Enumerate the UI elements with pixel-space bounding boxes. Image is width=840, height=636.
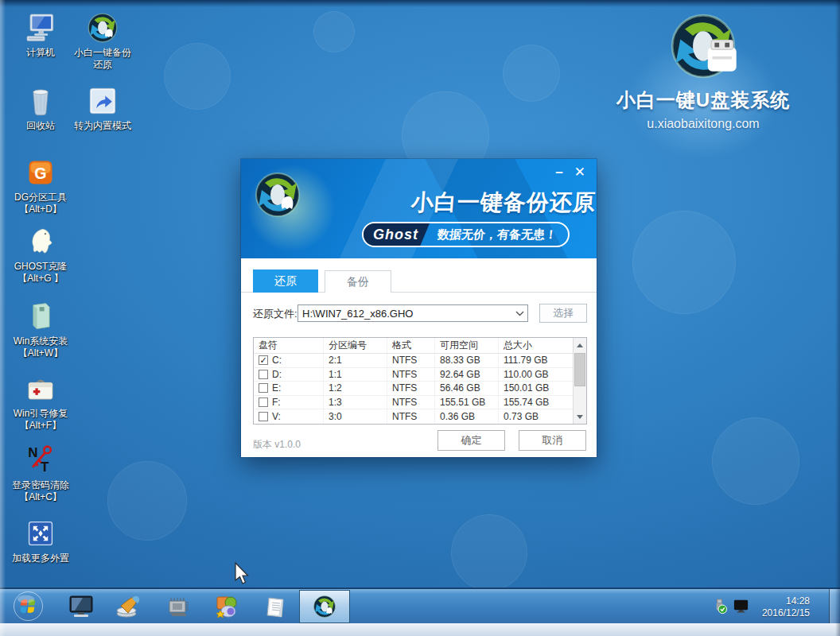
desktop-icon-ghost-clone[interactable]: GHOST克隆【Alt+G 】 [7, 225, 74, 285]
display-icon [68, 593, 95, 620]
bokeh-circle [107, 461, 187, 541]
format-cell: NTFS [387, 396, 435, 409]
close-button[interactable]: ✕ [574, 164, 585, 181]
system-tray: 14:28 2016/12/15 [711, 589, 810, 623]
total-cell: 0.73 GB [499, 409, 573, 424]
drive-label: D: [272, 369, 282, 380]
drive-label: E: [272, 382, 281, 394]
table-scrollbar[interactable] [573, 338, 586, 424]
total-cell: 110.00 GB [499, 368, 573, 382]
screen-right-edge [835, 0, 840, 636]
scrollbar-down-button[interactable] [574, 410, 586, 423]
taskbar-item-display[interactable] [68, 593, 95, 620]
desktop-icon-label: 回收站 [7, 120, 74, 132]
backup-restore-icon [86, 11, 119, 45]
version-label: 版本 v1.0.0 [253, 438, 301, 452]
combobox-value: H:\WIN7_612_x86.GHO [298, 308, 511, 320]
windows-logo-icon [13, 591, 44, 622]
partition-cell: 2:1 [324, 354, 387, 367]
restore-file-combobox[interactable]: H:\WIN7_612_x86.GHO [298, 304, 528, 322]
table-row[interactable]: D: 1:1 NTFS 92.64 GB 110.00 GB [254, 368, 573, 382]
header-free-space: 可用空间 [435, 338, 499, 353]
start-button[interactable] [13, 591, 44, 622]
notepad-icon [262, 593, 290, 620]
screen-bottom-edge [0, 623, 840, 636]
memory-chip-icon [164, 593, 191, 620]
ghost-badge: Ghost 数据无价，有备无患！ [362, 222, 570, 247]
desktop-icon-label: Win系统安装【Alt+W】 [7, 335, 74, 359]
drive-label: V: [272, 411, 281, 422]
format-cell: NTFS [387, 409, 435, 424]
bokeh-circle [503, 45, 560, 102]
cancel-button[interactable]: 取消 [519, 430, 586, 451]
taskbar-item-active-app[interactable] [299, 590, 350, 623]
checkbox[interactable] [259, 412, 268, 421]
select-file-button[interactable]: 选择 [539, 304, 587, 323]
checkbox[interactable]: ✓ [259, 355, 268, 365]
table-row[interactable]: E: 1:2 NTFS 56.46 GB 150.01 GB [254, 382, 573, 396]
clock-date: 2016/12/15 [754, 607, 810, 619]
bokeh-circle [632, 211, 736, 314]
dialog-logo [252, 169, 330, 247]
format-cell: NTFS [387, 354, 435, 367]
bokeh-circle [313, 11, 355, 52]
minimize-button[interactable]: – [555, 164, 562, 181]
free-cell: 0.36 GB [435, 409, 499, 424]
screen-top-edge [0, 0, 840, 7]
clock-time: 14:28 [754, 595, 810, 607]
desktop-icon-win-install[interactable]: Win系统安装【Alt+W】 [7, 300, 74, 359]
sync-logo-icon [252, 169, 330, 247]
desktop-icon-label: 转为内置模式 [69, 120, 136, 132]
desktop-icon-diskgenius[interactable]: DG分区工具【Alt+D】 [7, 156, 74, 215]
desktop-icon-recycle-bin[interactable]: 回收站 [7, 84, 74, 132]
desktop-icon-label: 加载更多外置 [7, 553, 74, 564]
taskbar-item-media-tools[interactable] [213, 593, 240, 620]
partition-cell: 1:2 [324, 382, 387, 395]
usb-safely-remove-icon[interactable] [711, 598, 728, 615]
desktop-icon-label: GHOST克隆【Alt+G 】 [7, 261, 74, 285]
desktop-icon-label: Win引导修复【Alt+F】 [7, 408, 74, 432]
table-row[interactable]: V: 3:0 NTFS 0.36 GB 0.73 GB [254, 409, 573, 424]
taskbar-item-memory[interactable] [164, 593, 191, 620]
checkbox[interactable] [259, 398, 268, 407]
ok-button[interactable]: 确定 [438, 430, 505, 451]
desktop-icon-label: DG分区工具【Alt+D】 [7, 192, 74, 215]
header-total-size: 总大小 [499, 338, 573, 353]
table-row[interactable]: F: 1:3 NTFS 155.51 GB 155.74 GB [254, 396, 573, 410]
desktop-icon-password-clear[interactable]: 登录密码清除【Alt+C】 [7, 444, 74, 503]
dialog-banner: 小白一键备份还原 Ghost 数据无价，有备无患！ – ✕ [241, 159, 597, 258]
recycle-bin-icon [24, 84, 57, 118]
total-cell: 150.01 GB [499, 382, 573, 395]
checkbox[interactable] [259, 383, 268, 393]
taskbar-item-notepad[interactable] [262, 593, 290, 620]
desktop-icon-internal-mode[interactable]: 转为内置模式 [69, 84, 136, 132]
triangle-down-icon [577, 415, 583, 419]
header-drive: 盘符 [254, 338, 324, 353]
diskgenius-icon [24, 156, 57, 189]
tray-clock[interactable]: 14:28 2016/12/15 [754, 594, 810, 619]
taskbar-item-disk-cleanup[interactable] [115, 593, 142, 620]
ghost-brand-label: Ghost [364, 223, 430, 246]
tab-restore[interactable]: 还原 [253, 270, 318, 293]
desktop-icon-boot-repair[interactable]: Win引导修复【Alt+F】 [7, 372, 74, 432]
partition-cell: 1:1 [324, 368, 387, 382]
display-settings-icon[interactable] [733, 598, 749, 615]
total-cell: 155.74 GB [499, 396, 573, 409]
desktop-icon-load-more[interactable]: 加载更多外置 [7, 517, 74, 564]
tab-backup[interactable]: 备份 [325, 270, 391, 293]
partition-cell: 3:0 [324, 409, 387, 424]
desktop-icon-computer[interactable]: 计算机 [7, 11, 74, 59]
show-desktop-button[interactable] [829, 589, 840, 623]
free-cell: 56.46 GB [435, 382, 499, 395]
restore-file-row: 还原文件: H:\WIN7_612_x86.GHO 选择 [241, 303, 597, 324]
desktop-icon-backup-restore[interactable]: 小白一键备份还原 [69, 11, 136, 71]
drive-label: C: [272, 355, 282, 366]
table-row[interactable]: ✓C: 2:1 NTFS 88.33 GB 111.79 GB [254, 354, 573, 368]
checkbox[interactable] [259, 370, 268, 379]
desktop-icon-label: 小白一键备份还原 [69, 47, 136, 71]
restore-file-label: 还原文件: [253, 307, 298, 321]
scrollbar-thumb[interactable] [574, 353, 585, 386]
scrollbar-up-button[interactable] [574, 339, 586, 351]
desktop: 计算机 小白一键备份还原 回收站 转为内置模式 DG分区工具【Alt+D】 GH… [0, 0, 840, 636]
chevron-down-icon[interactable] [511, 305, 527, 321]
